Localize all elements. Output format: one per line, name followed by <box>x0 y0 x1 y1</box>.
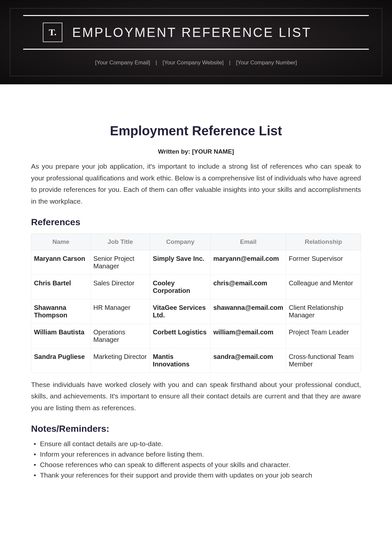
table-header-row: Name Job Title Company Email Relationshi… <box>31 233 361 250</box>
company-website: [Your Company Website] <box>162 59 223 66</box>
cell-name: William Bautista <box>31 324 91 348</box>
list-item: Thank your references for their support … <box>34 471 361 479</box>
cell-name: Shawanna Thompson <box>31 299 91 324</box>
header-banner: T. EMPLOYMENT REFERENCE LIST [Your Compa… <box>0 0 392 84</box>
cell-name: Maryann Carson <box>31 250 91 275</box>
separator: | <box>155 59 157 66</box>
document-content: Employment Reference List Written by: [Y… <box>0 84 392 479</box>
cell-job_title: Marketing Director <box>90 348 150 373</box>
cell-job_title: Senior Project Manager <box>90 250 150 275</box>
cell-relationship: Client Relationship Manager <box>286 299 361 324</box>
table-row: Chris BartelSales DirectorCooley Corpora… <box>31 275 361 299</box>
list-item: Choose references who can speak to diffe… <box>34 461 361 469</box>
col-job-title: Job Title <box>90 233 150 250</box>
company-number: [Your Company Number] <box>236 59 297 66</box>
cell-email: chris@email.com <box>211 275 286 299</box>
cell-email: shawanna@email.com <box>211 299 286 324</box>
cell-job_title: Sales Director <box>90 275 150 299</box>
cell-name: Sandra Pugliese <box>31 348 91 373</box>
banner-title: EMPLOYMENT REFERENCE LIST <box>72 25 312 40</box>
contact-row: [Your Company Email] | [Your Company Web… <box>23 59 369 66</box>
outro-paragraph: These individuals have worked closely wi… <box>31 379 361 414</box>
cell-job_title: HR Manager <box>90 299 150 324</box>
cell-company: Corbett Logistics <box>150 324 210 348</box>
col-name: Name <box>31 233 91 250</box>
notes-list: Ensure all contact details are up-to-dat… <box>31 440 361 479</box>
page-title: Employment Reference List <box>31 124 361 138</box>
table-row: Maryann CarsonSenior Project ManagerSimp… <box>31 250 361 275</box>
cell-name: Chris Bartel <box>31 275 91 299</box>
cell-relationship: Project Team Leader <box>286 324 361 348</box>
cell-email: william@email.com <box>211 324 286 348</box>
cell-company: Cooley Corporation <box>150 275 210 299</box>
separator: | <box>229 59 230 66</box>
notes-heading: Notes/Reminders: <box>31 424 361 434</box>
col-company: Company <box>150 233 210 250</box>
cell-relationship: Former Supervisor <box>286 250 361 275</box>
byline: Written by: [YOUR NAME] <box>31 148 361 155</box>
logo-text: T. <box>49 27 57 38</box>
table-row: Sandra PuglieseMarketing DirectorMantis … <box>31 348 361 373</box>
table-row: Shawanna ThompsonHR ManagerVitaGee Servi… <box>31 299 361 324</box>
header-inner: T. EMPLOYMENT REFERENCE LIST [Your Compa… <box>10 8 382 76</box>
list-item: Inform your references in advance before… <box>34 450 361 458</box>
cell-email: maryann@email.com <box>211 250 286 275</box>
logo-box: T. <box>43 23 62 42</box>
references-table: Name Job Title Company Email Relationshi… <box>31 233 361 373</box>
cell-email: sandra@email.com <box>211 348 286 373</box>
company-email: [Your Company Email] <box>95 59 150 66</box>
col-email: Email <box>211 233 286 250</box>
cell-company: VitaGee Services Ltd. <box>150 299 210 324</box>
references-heading: References <box>31 217 361 227</box>
col-relationship: Relationship <box>286 233 361 250</box>
cell-job_title: Operations Manager <box>90 324 150 348</box>
divider-bottom <box>23 49 369 50</box>
cell-relationship: Cross-functional Team Member <box>286 348 361 373</box>
list-item: Ensure all contact details are up-to-dat… <box>34 440 361 448</box>
table-row: William BautistaOperations ManagerCorbet… <box>31 324 361 348</box>
cell-company: Mantis Innovations <box>150 348 210 373</box>
title-row: T. EMPLOYMENT REFERENCE LIST <box>23 16 369 49</box>
cell-relationship: Colleague and Mentor <box>286 275 361 299</box>
intro-paragraph: As you prepare your job application, it'… <box>31 160 361 207</box>
cell-company: Simply Save Inc. <box>150 250 210 275</box>
